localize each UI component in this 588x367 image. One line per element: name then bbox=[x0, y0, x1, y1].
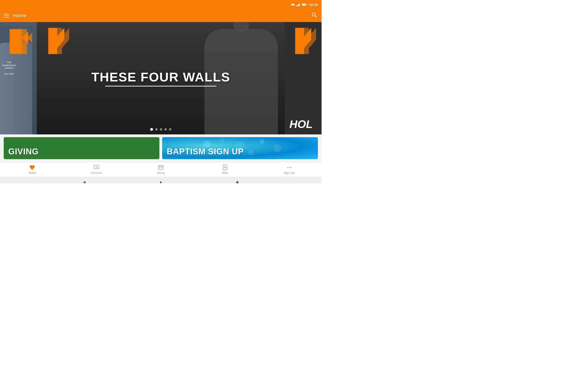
carousel-dots bbox=[150, 128, 171, 131]
app-bar: Home bbox=[0, 9, 321, 22]
card-baptism[interactable]: BAPTISM SIGN UP bbox=[162, 137, 318, 159]
nav-item-signups[interactable]: Sign Ups bbox=[257, 163, 321, 176]
dot-2[interactable] bbox=[155, 128, 157, 131]
home-heart-icon bbox=[29, 165, 35, 170]
svg-point-26 bbox=[291, 167, 292, 168]
svg-point-12 bbox=[221, 139, 224, 142]
nav-label-signups: Sign Ups bbox=[284, 171, 295, 175]
battery-icon bbox=[302, 3, 307, 6]
nav-label-sermons: Sermons bbox=[91, 171, 102, 175]
time-display: 10:26 bbox=[309, 3, 318, 7]
bubble-decoration bbox=[162, 137, 318, 159]
nav-label-bible: Bible bbox=[222, 171, 228, 175]
slide-title-text: THESE FOUR WALLS bbox=[91, 70, 230, 84]
dot-4[interactable] bbox=[164, 128, 167, 131]
dot-3[interactable] bbox=[160, 128, 162, 131]
app-title: Home bbox=[13, 13, 26, 19]
svg-rect-2 bbox=[298, 4, 299, 6]
svg-rect-3 bbox=[299, 3, 300, 6]
sermons-icon bbox=[94, 165, 99, 170]
svg-rect-1 bbox=[297, 5, 298, 6]
svg-rect-0 bbox=[296, 5, 297, 6]
svg-point-15 bbox=[274, 144, 282, 152]
svg-point-11 bbox=[204, 140, 210, 147]
svg-line-8 bbox=[315, 16, 317, 17]
bottom-nav: Home Sermons Giving Bible Sign U bbox=[0, 162, 321, 177]
svg-marker-10 bbox=[15, 29, 32, 54]
arrow-logo-right bbox=[295, 27, 319, 56]
svg-point-16 bbox=[211, 149, 216, 154]
dot-5[interactable] bbox=[169, 128, 171, 131]
recents-button[interactable]: ■ bbox=[233, 178, 241, 184]
svg-point-24 bbox=[287, 167, 288, 168]
slide-title: THESE FOUR WALLS bbox=[91, 70, 230, 87]
svg-point-13 bbox=[236, 142, 244, 150]
arrow-logo-left bbox=[7, 27, 32, 57]
church-jacket-text: THEWAREHOUSECHURCHEst. 2016 bbox=[2, 61, 16, 75]
card-giving[interactable]: GIVING bbox=[4, 137, 159, 159]
nav-item-home[interactable]: Home bbox=[0, 163, 64, 176]
home-button[interactable]: ● bbox=[157, 178, 164, 184]
nav-item-bible[interactable]: Bible bbox=[193, 163, 257, 176]
dot-1[interactable] bbox=[150, 128, 153, 131]
nav-label-giving: Giving bbox=[157, 171, 165, 175]
svg-point-25 bbox=[289, 167, 290, 168]
slide-right: HOL bbox=[285, 22, 321, 134]
search-button[interactable] bbox=[311, 11, 318, 20]
menu-button[interactable] bbox=[4, 14, 9, 17]
giving-icon bbox=[158, 165, 164, 170]
status-icons: 10:26 bbox=[291, 3, 318, 7]
svg-marker-19 bbox=[96, 166, 98, 168]
svg-point-14 bbox=[259, 139, 265, 144]
app-bar-left: Home bbox=[4, 13, 26, 19]
nav-item-giving[interactable]: Giving bbox=[129, 163, 193, 176]
cards-section: GIVING BAPTISM SIGN UP bbox=[0, 134, 321, 162]
slide-center: THESE FOUR WALLS bbox=[37, 22, 285, 134]
bible-icon bbox=[222, 165, 228, 170]
signal-icon bbox=[296, 3, 300, 6]
wifi-icon bbox=[291, 3, 295, 6]
arrow-logo-center bbox=[48, 27, 72, 56]
slide-right-partial-text: HOL bbox=[289, 119, 313, 130]
search-icon bbox=[311, 12, 317, 18]
more-icon bbox=[286, 165, 292, 170]
svg-rect-5 bbox=[302, 4, 305, 5]
card-giving-label: GIVING bbox=[4, 144, 43, 159]
slide-left: THEWAREHOUSECHURCHEst. 2016 AL bbox=[0, 22, 37, 134]
nav-label-home: Home bbox=[28, 171, 36, 175]
system-nav: ◄ ● ■ bbox=[0, 177, 321, 184]
nav-item-sermons[interactable]: Sermons bbox=[64, 163, 129, 176]
hero-carousel[interactable]: THEWAREHOUSECHURCHEst. 2016 AL bbox=[0, 22, 321, 134]
back-button[interactable]: ◄ bbox=[81, 178, 88, 184]
svg-rect-6 bbox=[306, 4, 307, 5]
svg-rect-20 bbox=[158, 165, 163, 169]
slide-title-underline bbox=[105, 86, 216, 86]
status-bar: 10:26 bbox=[0, 0, 321, 9]
svg-point-17 bbox=[248, 150, 254, 156]
